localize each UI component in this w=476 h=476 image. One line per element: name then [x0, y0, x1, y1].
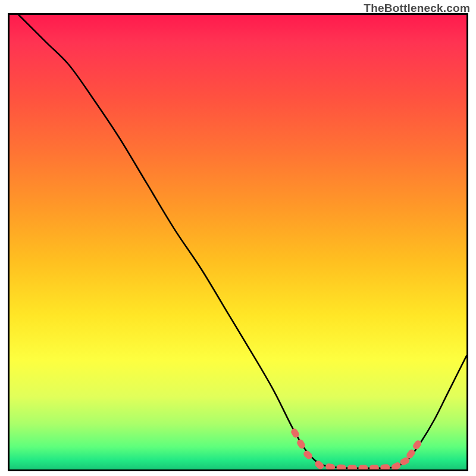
- valley-marker: [302, 449, 314, 461]
- plot-area: [8, 13, 468, 471]
- valley-markers: [290, 427, 422, 469]
- valley-marker: [380, 464, 390, 469]
- valley-marker: [369, 465, 379, 469]
- valley-marker: [390, 461, 402, 469]
- valley-marker: [290, 427, 300, 439]
- valley-marker: [347, 465, 357, 469]
- valley-marker: [336, 464, 346, 469]
- valley-marker: [325, 463, 336, 469]
- valley-marker: [358, 465, 368, 469]
- chart-container: TheBottleneck.com: [0, 0, 476, 476]
- curve-layer: [10, 15, 466, 469]
- bottleneck-curve: [18, 15, 466, 468]
